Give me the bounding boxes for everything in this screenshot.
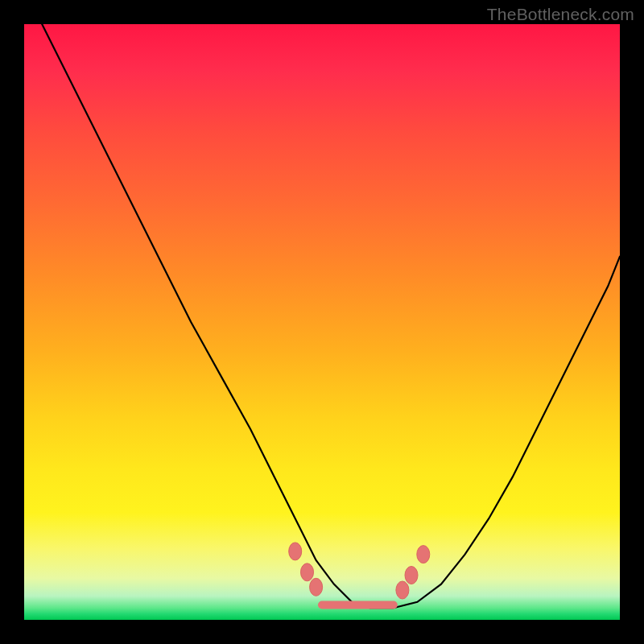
curve-marker-0 bbox=[289, 543, 302, 560]
watermark-text: TheBottleneck.com bbox=[487, 5, 634, 24]
bottleneck-curve bbox=[42, 24, 620, 608]
curve-markers bbox=[289, 543, 430, 599]
curve-marker-4 bbox=[405, 567, 418, 584]
plot-area bbox=[24, 24, 620, 620]
curve-marker-1 bbox=[301, 564, 314, 581]
chart-overlay bbox=[24, 24, 620, 620]
chart-frame: TheBottleneck.com bbox=[0, 0, 644, 644]
curve-marker-5 bbox=[417, 546, 430, 564]
curve-marker-2 bbox=[310, 578, 323, 596]
curve-marker-3 bbox=[396, 581, 409, 599]
